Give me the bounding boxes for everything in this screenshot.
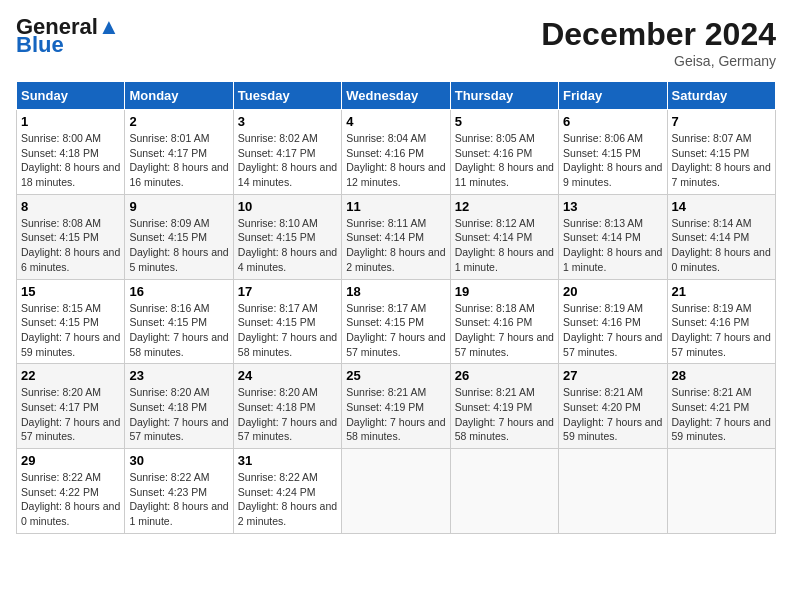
calendar-cell: 30 Sunrise: 8:22 AMSunset: 4:23 PMDaylig… [125,449,233,534]
calendar-week-row: 22 Sunrise: 8:20 AMSunset: 4:17 PMDaylig… [17,364,776,449]
day-number: 2 [129,114,228,129]
day-info: Sunrise: 8:15 AMSunset: 4:15 PMDaylight:… [21,301,120,360]
calendar-cell [667,449,775,534]
day-info: Sunrise: 8:20 AMSunset: 4:18 PMDaylight:… [129,385,228,444]
header-thursday: Thursday [450,82,558,110]
day-number: 8 [21,199,120,214]
header-tuesday: Tuesday [233,82,341,110]
header-wednesday: Wednesday [342,82,450,110]
day-number: 25 [346,368,445,383]
day-info: Sunrise: 8:21 AMSunset: 4:20 PMDaylight:… [563,385,662,444]
calendar-week-row: 8 Sunrise: 8:08 AMSunset: 4:15 PMDayligh… [17,194,776,279]
calendar-cell: 14 Sunrise: 8:14 AMSunset: 4:14 PMDaylig… [667,194,775,279]
calendar-cell: 7 Sunrise: 8:07 AMSunset: 4:15 PMDayligh… [667,110,775,195]
calendar-table: Sunday Monday Tuesday Wednesday Thursday… [16,81,776,534]
day-number: 11 [346,199,445,214]
calendar-cell [342,449,450,534]
calendar-cell: 24 Sunrise: 8:20 AMSunset: 4:18 PMDaylig… [233,364,341,449]
day-info: Sunrise: 8:08 AMSunset: 4:15 PMDaylight:… [21,216,120,275]
day-number: 16 [129,284,228,299]
day-info: Sunrise: 8:22 AMSunset: 4:23 PMDaylight:… [129,470,228,529]
day-info: Sunrise: 8:20 AMSunset: 4:18 PMDaylight:… [238,385,337,444]
calendar-cell [559,449,667,534]
calendar-cell: 9 Sunrise: 8:09 AMSunset: 4:15 PMDayligh… [125,194,233,279]
day-number: 9 [129,199,228,214]
day-number: 27 [563,368,662,383]
day-number: 4 [346,114,445,129]
day-info: Sunrise: 8:17 AMSunset: 4:15 PMDaylight:… [238,301,337,360]
day-info: Sunrise: 8:07 AMSunset: 4:15 PMDaylight:… [672,131,771,190]
day-info: Sunrise: 8:09 AMSunset: 4:15 PMDaylight:… [129,216,228,275]
calendar-week-row: 1 Sunrise: 8:00 AMSunset: 4:18 PMDayligh… [17,110,776,195]
calendar-cell: 2 Sunrise: 8:01 AMSunset: 4:17 PMDayligh… [125,110,233,195]
calendar-cell: 6 Sunrise: 8:06 AMSunset: 4:15 PMDayligh… [559,110,667,195]
calendar-week-row: 15 Sunrise: 8:15 AMSunset: 4:15 PMDaylig… [17,279,776,364]
calendar-cell: 8 Sunrise: 8:08 AMSunset: 4:15 PMDayligh… [17,194,125,279]
day-number: 26 [455,368,554,383]
day-info: Sunrise: 8:17 AMSunset: 4:15 PMDaylight:… [346,301,445,360]
calendar-cell: 17 Sunrise: 8:17 AMSunset: 4:15 PMDaylig… [233,279,341,364]
day-number: 24 [238,368,337,383]
day-info: Sunrise: 8:01 AMSunset: 4:17 PMDaylight:… [129,131,228,190]
calendar-week-row: 29 Sunrise: 8:22 AMSunset: 4:22 PMDaylig… [17,449,776,534]
day-number: 6 [563,114,662,129]
day-info: Sunrise: 8:00 AMSunset: 4:18 PMDaylight:… [21,131,120,190]
day-number: 29 [21,453,120,468]
header-sunday: Sunday [17,82,125,110]
day-info: Sunrise: 8:21 AMSunset: 4:19 PMDaylight:… [455,385,554,444]
day-info: Sunrise: 8:14 AMSunset: 4:14 PMDaylight:… [672,216,771,275]
day-info: Sunrise: 8:19 AMSunset: 4:16 PMDaylight:… [563,301,662,360]
day-info: Sunrise: 8:11 AMSunset: 4:14 PMDaylight:… [346,216,445,275]
day-number: 15 [21,284,120,299]
day-number: 21 [672,284,771,299]
calendar-cell: 22 Sunrise: 8:20 AMSunset: 4:17 PMDaylig… [17,364,125,449]
day-info: Sunrise: 8:20 AMSunset: 4:17 PMDaylight:… [21,385,120,444]
day-info: Sunrise: 8:05 AMSunset: 4:16 PMDaylight:… [455,131,554,190]
logo-text-blue: Blue [16,32,64,57]
calendar-cell: 21 Sunrise: 8:19 AMSunset: 4:16 PMDaylig… [667,279,775,364]
day-info: Sunrise: 8:22 AMSunset: 4:24 PMDaylight:… [238,470,337,529]
calendar-cell: 5 Sunrise: 8:05 AMSunset: 4:16 PMDayligh… [450,110,558,195]
day-number: 30 [129,453,228,468]
day-info: Sunrise: 8:16 AMSunset: 4:15 PMDaylight:… [129,301,228,360]
day-number: 18 [346,284,445,299]
day-number: 3 [238,114,337,129]
calendar-cell: 23 Sunrise: 8:20 AMSunset: 4:18 PMDaylig… [125,364,233,449]
day-number: 22 [21,368,120,383]
calendar-cell: 26 Sunrise: 8:21 AMSunset: 4:19 PMDaylig… [450,364,558,449]
calendar-header-row: Sunday Monday Tuesday Wednesday Thursday… [17,82,776,110]
day-number: 23 [129,368,228,383]
calendar-cell: 16 Sunrise: 8:16 AMSunset: 4:15 PMDaylig… [125,279,233,364]
calendar-cell: 29 Sunrise: 8:22 AMSunset: 4:22 PMDaylig… [17,449,125,534]
day-number: 31 [238,453,337,468]
day-info: Sunrise: 8:21 AMSunset: 4:21 PMDaylight:… [672,385,771,444]
day-number: 14 [672,199,771,214]
logo: General▲ Blue [16,16,120,56]
header-friday: Friday [559,82,667,110]
month-title: December 2024 [541,16,776,53]
calendar-cell: 10 Sunrise: 8:10 AMSunset: 4:15 PMDaylig… [233,194,341,279]
day-number: 13 [563,199,662,214]
location: Geisa, Germany [541,53,776,69]
calendar-cell: 1 Sunrise: 8:00 AMSunset: 4:18 PMDayligh… [17,110,125,195]
day-number: 7 [672,114,771,129]
calendar-cell: 4 Sunrise: 8:04 AMSunset: 4:16 PMDayligh… [342,110,450,195]
day-info: Sunrise: 8:21 AMSunset: 4:19 PMDaylight:… [346,385,445,444]
day-number: 5 [455,114,554,129]
header-saturday: Saturday [667,82,775,110]
header-monday: Monday [125,82,233,110]
day-info: Sunrise: 8:02 AMSunset: 4:17 PMDaylight:… [238,131,337,190]
calendar-cell: 28 Sunrise: 8:21 AMSunset: 4:21 PMDaylig… [667,364,775,449]
day-number: 28 [672,368,771,383]
calendar-cell: 18 Sunrise: 8:17 AMSunset: 4:15 PMDaylig… [342,279,450,364]
calendar-cell: 13 Sunrise: 8:13 AMSunset: 4:14 PMDaylig… [559,194,667,279]
calendar-cell: 11 Sunrise: 8:11 AMSunset: 4:14 PMDaylig… [342,194,450,279]
day-number: 19 [455,284,554,299]
title-block: December 2024 Geisa, Germany [541,16,776,69]
calendar-cell: 27 Sunrise: 8:21 AMSunset: 4:20 PMDaylig… [559,364,667,449]
day-info: Sunrise: 8:13 AMSunset: 4:14 PMDaylight:… [563,216,662,275]
calendar-cell: 20 Sunrise: 8:19 AMSunset: 4:16 PMDaylig… [559,279,667,364]
day-number: 1 [21,114,120,129]
day-info: Sunrise: 8:06 AMSunset: 4:15 PMDaylight:… [563,131,662,190]
calendar-cell: 15 Sunrise: 8:15 AMSunset: 4:15 PMDaylig… [17,279,125,364]
